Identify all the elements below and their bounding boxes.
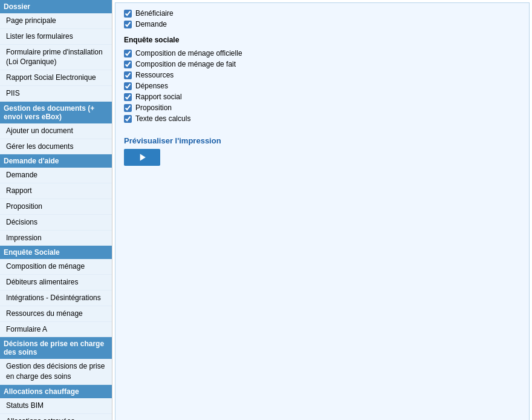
sidebar-item-rapport-social[interactable]: Rapport Social Electronique: [0, 70, 112, 86]
sidebar-item-rapport[interactable]: Rapport: [0, 183, 112, 199]
svg-marker-0: [140, 154, 146, 161]
checkbox-row-proposition: Proposition: [124, 103, 521, 112]
checkbox-rapport-social[interactable]: [124, 93, 132, 101]
sidebar-section-decisions-prise: Décisions de prise en charge des soins: [0, 337, 112, 359]
sidebar-item-ressources-menage[interactable]: Ressources du ménage: [0, 306, 112, 322]
sidebar-item-gestion-decisions[interactable]: Gestion des décisions de prise en charge…: [0, 359, 112, 385]
checkbox-row-texte-calculs: Texte des calculs: [124, 114, 521, 123]
sidebar-section-enquete-sociale: Enquête Sociale: [0, 246, 112, 259]
sidebar-section-demande-aide: Demande d'aide: [0, 154, 112, 168]
sidebar-item-ajouter-document[interactable]: Ajouter un document: [0, 123, 112, 139]
sidebar-item-formulaire-prime[interactable]: Formulaire prime d'installation (Loi Org…: [0, 45, 112, 71]
sidebar-section-allocations-chauffage: Allocations chauffage: [0, 385, 112, 398]
sidebar-section-gestion-documents: Gestion des documents (+ envoi vers eBox…: [0, 102, 112, 123]
sidebar-section-dossier: Dossier: [0, 0, 112, 13]
sidebar-item-debiteurs-alimentaires[interactable]: Débiteurs alimentaires: [0, 275, 112, 290]
checkbox-beneficiaire[interactable]: [124, 10, 132, 18]
sidebar-item-formulaire-a[interactable]: Formulaire A: [0, 322, 112, 338]
checkbox-demande[interactable]: [124, 21, 132, 28]
checkbox-row-composition-officielle: Composition de ménage officielle: [124, 49, 521, 57]
checkbox-label-ressources: Ressources: [135, 71, 174, 79]
enquete-section-title: Enquête sociale: [124, 36, 521, 44]
checkbox-label-depenses: Dépenses: [135, 82, 168, 90]
checkbox-ressources[interactable]: [124, 71, 132, 79]
sidebar-item-proposition[interactable]: Proposition: [0, 199, 112, 215]
checkbox-depenses[interactable]: [124, 82, 132, 90]
sidebar-item-decisions[interactable]: Décisions: [0, 215, 112, 231]
main-content: BénéficiaireDemandeEnquête socialeCompos…: [115, 2, 530, 420]
checkbox-composition-officielle[interactable]: [124, 50, 132, 57]
sidebar-item-statuts-bim[interactable]: Statuts BIM: [0, 398, 112, 414]
preview-button[interactable]: [124, 149, 160, 166]
sidebar-item-lister-formulaires[interactable]: Lister les formulaires: [0, 29, 112, 45]
checkbox-label-texte-calculs: Texte des calculs: [135, 114, 190, 123]
sidebar-item-integrations[interactable]: Intégrations - Désintégrations: [0, 290, 112, 306]
checkbox-row-ressources: Ressources: [124, 71, 521, 79]
checkbox-texte-calculs[interactable]: [124, 115, 132, 123]
sidebar-item-composition-menage[interactable]: Composition de ménage: [0, 259, 112, 275]
sidebar-item-gerer-documents[interactable]: Gérer les documents: [0, 139, 112, 155]
checkbox-row-composition-fait: Composition de ménage de fait: [124, 60, 521, 68]
checkbox-label-rapport-social: Rapport social: [135, 93, 182, 101]
checkbox-label-demande: Demande: [135, 20, 167, 28]
sidebar: DossierPage principaleLister les formula…: [0, 0, 112, 420]
sidebar-item-piis[interactable]: PIIS: [0, 86, 112, 102]
sidebar-item-demande[interactable]: Demande: [0, 168, 112, 183]
checkbox-row-depenses: Dépenses: [124, 82, 521, 90]
sidebar-item-page-principale[interactable]: Page principale: [0, 13, 112, 29]
sidebar-item-impression[interactable]: Impression: [0, 231, 112, 246]
sidebar-item-allocations-octroyees[interactable]: Allocations octroyées: [0, 414, 112, 420]
preview-btn-row: [124, 149, 521, 166]
checkbox-label-composition-officielle: Composition de ménage officielle: [135, 49, 242, 57]
checkbox-composition-fait[interactable]: [124, 61, 132, 68]
preview-link[interactable]: Prévisualiser l'impression: [124, 136, 221, 145]
checkbox-proposition[interactable]: [124, 104, 132, 112]
checkbox-row-beneficiaire: Bénéficiaire: [124, 9, 521, 18]
checkbox-row-rapport-social: Rapport social: [124, 93, 521, 101]
checkbox-row-demande: Demande: [124, 20, 521, 28]
checkbox-label-proposition: Proposition: [135, 103, 172, 112]
checkbox-label-beneficiaire: Bénéficiaire: [135, 9, 174, 18]
checkbox-label-composition-fait: Composition de ménage de fait: [135, 60, 236, 68]
